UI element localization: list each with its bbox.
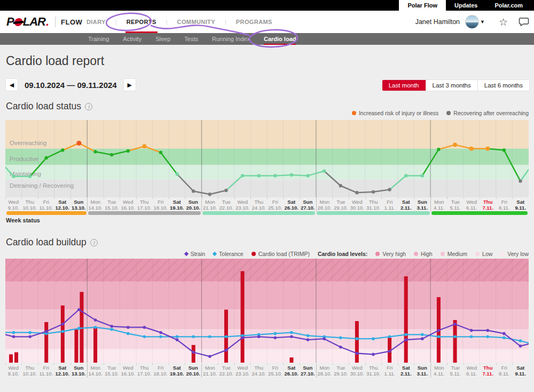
subnav-item-tests[interactable]: Tests (184, 33, 198, 45)
tolerance-data-point[interactable] (77, 327, 81, 330)
strain-data-point[interactable] (143, 326, 146, 329)
tolerance-data-point[interactable] (94, 326, 97, 329)
trimp-bar[interactable] (80, 292, 83, 363)
trimp-bar[interactable] (74, 330, 78, 363)
nav-item-reports[interactable]: REPORTS (125, 11, 158, 33)
status-data-point[interactable] (339, 184, 342, 187)
info-icon[interactable] (90, 239, 98, 246)
tolerance-data-point[interactable] (12, 331, 15, 334)
subnav-item-activity[interactable]: Activity (123, 33, 142, 45)
status-data-point[interactable] (469, 147, 474, 151)
status-data-point[interactable] (175, 172, 178, 175)
status-data-point[interactable] (45, 156, 48, 159)
feedback-bubble-icon[interactable] (519, 17, 530, 27)
strain-data-point[interactable] (208, 355, 211, 358)
status-data-point[interactable] (355, 191, 358, 194)
strain-data-point[interactable] (110, 325, 113, 328)
tolerance-data-point[interactable] (486, 335, 489, 338)
strain-data-point[interactable] (257, 335, 261, 338)
status-data-point[interactable] (208, 193, 211, 196)
trimp-bar[interactable] (453, 320, 457, 363)
tolerance-data-point[interactable] (28, 331, 32, 334)
strain-data-point[interactable] (241, 336, 244, 339)
trimp-bar[interactable] (289, 357, 293, 363)
status-data-point[interactable] (404, 174, 407, 177)
subnav-item-running-index[interactable]: Running Index (212, 33, 250, 45)
status-data-point[interactable] (127, 149, 130, 153)
status-data-point[interactable] (224, 189, 227, 192)
trimp-bar[interactable] (9, 354, 13, 363)
status-data-point[interactable] (502, 148, 506, 151)
tolerance-data-point[interactable] (519, 339, 522, 342)
site-tab-polar-flow[interactable]: Polar Flow (399, 0, 446, 11)
subnav-item-training[interactable]: Training (88, 33, 109, 45)
status-data-point[interactable] (257, 174, 260, 177)
strain-data-point[interactable] (176, 338, 179, 341)
range-button-last-month[interactable]: Last month (382, 80, 426, 91)
strain-data-point[interactable] (339, 346, 342, 349)
tolerance-data-point[interactable] (372, 337, 375, 340)
tolerance-data-point[interactable] (208, 335, 211, 338)
tolerance-data-point[interactable] (453, 335, 457, 338)
tolerance-data-point[interactable] (290, 331, 293, 334)
avatar[interactable] (465, 15, 479, 29)
strain-data-point[interactable] (61, 323, 65, 326)
polar-logo[interactable]: PLAR. (6, 15, 49, 29)
strain-data-point[interactable] (372, 353, 375, 356)
tolerance-data-point[interactable] (356, 337, 359, 340)
strain-data-point[interactable] (356, 352, 359, 355)
trimp-bar[interactable] (61, 306, 65, 363)
subnav-item-cardio-load[interactable]: Cardio load (264, 33, 296, 45)
tolerance-data-point[interactable] (404, 333, 407, 337)
info-icon[interactable] (85, 103, 92, 110)
tolerance-data-point[interactable] (388, 335, 391, 338)
status-data-point[interactable] (192, 189, 195, 193)
status-data-point[interactable] (76, 141, 81, 146)
status-data-point[interactable] (485, 147, 490, 151)
tolerance-data-point[interactable] (159, 335, 162, 338)
subnav-item-sleep[interactable]: Sleep (155, 33, 170, 45)
strain-data-point[interactable] (453, 323, 457, 326)
strain-data-point[interactable] (159, 331, 162, 334)
strain-data-point[interactable] (192, 351, 195, 354)
range-button-last-6-months[interactable]: Last 6 months (477, 80, 529, 91)
strain-data-point[interactable] (28, 335, 32, 338)
strain-data-point[interactable] (12, 335, 15, 338)
status-data-point[interactable] (110, 153, 113, 156)
trimp-bar[interactable] (404, 276, 408, 363)
tolerance-data-point[interactable] (110, 328, 113, 331)
chevron-down-icon[interactable]: ▼ (480, 19, 485, 25)
strain-data-point[interactable] (77, 308, 81, 311)
status-data-point[interactable] (437, 148, 440, 151)
strain-data-point[interactable] (45, 330, 48, 333)
trimp-bar[interactable] (192, 345, 195, 363)
strain-data-point[interactable] (274, 336, 277, 339)
user-name[interactable]: Janet Hamilton (415, 18, 460, 26)
tolerance-data-point[interactable] (192, 335, 195, 338)
tolerance-data-point[interactable] (61, 330, 65, 333)
status-data-point[interactable] (159, 151, 162, 154)
tolerance-data-point[interactable] (225, 335, 228, 338)
tolerance-data-point[interactable] (502, 336, 506, 339)
strain-data-point[interactable] (290, 335, 293, 338)
tolerance-data-point[interactable] (307, 334, 310, 338)
tolerance-data-point[interactable] (143, 335, 146, 338)
status-data-point[interactable] (142, 144, 146, 148)
tolerance-data-point[interactable] (274, 332, 277, 335)
status-data-point[interactable] (93, 150, 97, 153)
status-data-point[interactable] (323, 170, 326, 173)
site-tab-polar-com[interactable]: Polar.com (486, 0, 531, 11)
tolerance-data-point[interactable] (176, 335, 179, 338)
status-data-point[interactable] (273, 174, 277, 177)
status-data-point[interactable] (519, 179, 522, 182)
strain-data-point[interactable] (502, 332, 506, 335)
trimp-bar[interactable] (14, 353, 18, 363)
strain-data-point[interactable] (421, 337, 424, 340)
next-period-button[interactable]: ▶ (123, 78, 136, 91)
tolerance-data-point[interactable] (421, 333, 424, 337)
status-data-point[interactable] (388, 188, 391, 191)
status-data-point[interactable] (12, 175, 15, 178)
status-data-point[interactable] (453, 142, 457, 147)
strain-data-point[interactable] (404, 338, 407, 341)
strain-data-point[interactable] (388, 350, 391, 353)
